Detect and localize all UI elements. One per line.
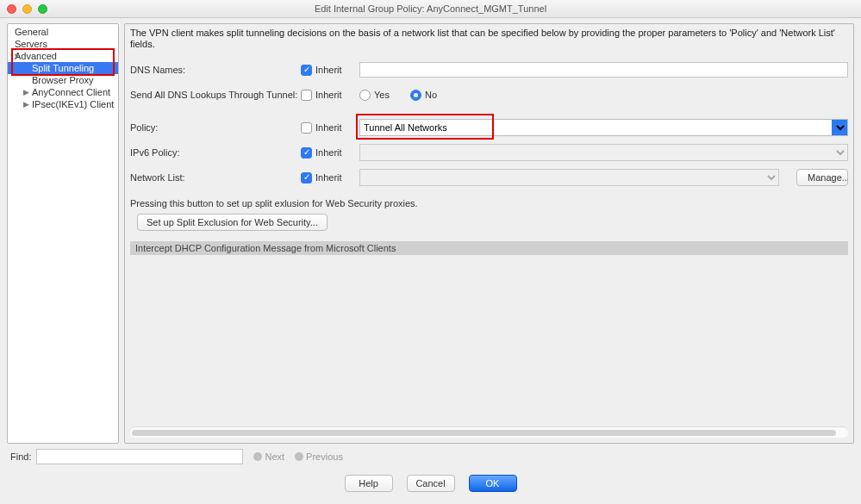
dhcp-section-header[interactable]: Intercept DHCP Configuration Message fro…: [130, 241, 848, 255]
checkbox-icon[interactable]: [301, 90, 312, 101]
tree-label: IPsec(IKEv1) Client: [32, 99, 114, 109]
checkbox-icon[interactable]: [301, 65, 312, 76]
horizontal-scrollbar[interactable]: [130, 426, 848, 438]
titlebar: Edit Internal Group Policy: AnyConnect_M…: [0, 0, 861, 18]
tree-label: Advanced: [15, 51, 57, 61]
find-input[interactable]: [36, 449, 243, 464]
disclosure-right-icon[interactable]: ▶: [23, 100, 29, 109]
label-policy: Policy:: [130, 122, 301, 133]
window-title: Edit Internal Group Policy: AnyConnect_M…: [0, 3, 861, 14]
ok-button[interactable]: OK: [469, 475, 517, 492]
inherit-label: Inherit: [315, 172, 342, 183]
row-ipv6-policy: IPv6 Policy: Inherit: [130, 144, 848, 161]
row-dns-names: DNS Names: Inherit: [130, 61, 848, 78]
web-security-hint: Pressing this button to set up split exl…: [130, 198, 848, 208]
sidebar-item-anyconnect-client[interactable]: ▶ AnyConnect Client: [8, 86, 118, 98]
tree-label: General: [15, 27, 48, 37]
checkbox-icon[interactable]: [301, 172, 312, 184]
send-all-dns-radios: Yes No: [359, 90, 848, 101]
tree-label: AnyConnect Client: [32, 87, 110, 97]
inherit-dns-names[interactable]: Inherit: [301, 65, 359, 76]
sidebar-item-browser-proxy[interactable]: Browser Proxy: [8, 74, 118, 86]
checkbox-icon[interactable]: [301, 147, 312, 159]
manage-button[interactable]: Manage...: [796, 169, 848, 186]
radio-icon[interactable]: [410, 90, 421, 101]
ipv6-policy-select[interactable]: [359, 144, 848, 161]
sidebar[interactable]: General Servers ▼ Advanced Split Tunneli…: [7, 23, 119, 444]
content-panel: The VPN client makes split tunneling dec…: [124, 23, 854, 444]
radio-no-label: No: [425, 90, 437, 100]
window: Edit Internal Group Policy: AnyConnect_M…: [0, 0, 861, 504]
policy-select[interactable]: Tunnel All Networks: [359, 119, 848, 136]
inherit-ipv6-policy[interactable]: Inherit: [301, 147, 359, 159]
dns-names-input[interactable]: [359, 62, 848, 78]
inherit-label: Inherit: [315, 122, 342, 133]
find-bar: Find: Next Previous: [0, 444, 861, 466]
find-label: Find:: [10, 451, 31, 462]
sidebar-item-advanced[interactable]: ▼ Advanced: [8, 50, 118, 62]
network-list-select[interactable]: [359, 169, 779, 186]
radio-icon[interactable]: [359, 90, 371, 101]
sidebar-item-split-tunneling[interactable]: Split Tunneling: [8, 62, 118, 74]
label-network-list: Network List:: [130, 172, 301, 183]
cancel-button[interactable]: Cancel: [407, 475, 455, 492]
radio-yes-label: Yes: [374, 90, 390, 100]
radio-no[interactable]: No: [410, 90, 437, 101]
help-button[interactable]: Help: [345, 475, 393, 492]
inherit-policy[interactable]: Inherit: [301, 122, 359, 134]
radio-yes[interactable]: Yes: [359, 90, 390, 101]
sidebar-item-servers[interactable]: Servers: [8, 38, 118, 50]
inherit-network-list[interactable]: Inherit: [301, 172, 359, 184]
label-ipv6-policy: IPv6 Policy:: [130, 147, 301, 158]
circle-icon: [253, 452, 262, 461]
main-panel: General Servers ▼ Advanced Split Tunneli…: [0, 18, 861, 444]
find-next[interactable]: Next: [253, 451, 284, 462]
bottom-bar: Help Cancel OK: [0, 466, 861, 504]
tree-label: Browser Proxy: [32, 75, 94, 85]
inherit-label: Inherit: [315, 90, 342, 100]
checkbox-icon[interactable]: [301, 122, 312, 134]
inherit-label: Inherit: [315, 147, 342, 158]
label-dns-names: DNS Names:: [130, 65, 301, 75]
web-security-button[interactable]: Set up Split Exclusion for Web Security.…: [137, 214, 328, 231]
tree-label: Servers: [15, 39, 47, 49]
panel-description: The VPN client makes split tunneling dec…: [130, 28, 848, 50]
row-policy: Policy: Inherit Tunnel All Networks: [130, 119, 848, 136]
row-network-list: Network List: Inherit Manage...: [130, 169, 848, 186]
disclosure-down-icon[interactable]: ▼: [13, 52, 21, 60]
sidebar-item-ipsec-client[interactable]: ▶ IPsec(IKEv1) Client: [8, 98, 118, 110]
disclosure-right-icon[interactable]: ▶: [23, 88, 29, 96]
form-area: DNS Names: Inherit Send All DNS Lookups …: [130, 57, 848, 426]
circle-icon: [295, 452, 303, 461]
inherit-label: Inherit: [315, 65, 342, 75]
find-previous[interactable]: Previous: [295, 451, 343, 462]
tree-label: Split Tunneling: [32, 63, 94, 73]
sidebar-item-general[interactable]: General: [8, 26, 118, 38]
label-send-all-dns: Send All DNS Lookups Through Tunnel:: [130, 90, 301, 100]
row-send-all-dns: Send All DNS Lookups Through Tunnel: Inh…: [130, 86, 848, 103]
inherit-send-all-dns[interactable]: Inherit: [301, 90, 359, 101]
